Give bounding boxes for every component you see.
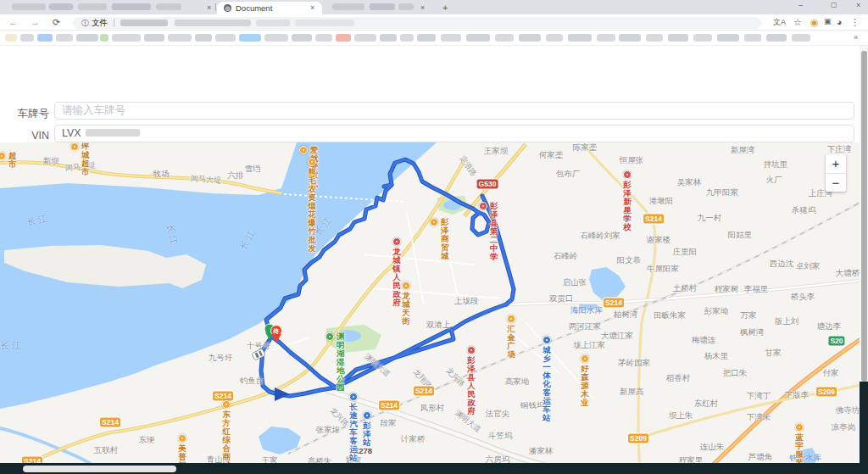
redacted-blur xyxy=(519,34,541,42)
vin-redaction-blur xyxy=(86,129,140,137)
horizontal-scrollbar-thumb[interactable] xyxy=(23,466,176,472)
new-tab-button[interactable]: + xyxy=(442,3,448,13)
poi-label: 坪城超市 xyxy=(81,142,90,176)
poi-label: 渊明湖湿地公园 xyxy=(337,332,345,392)
tab-close-icon[interactable]: × xyxy=(420,3,425,12)
transit-poi-icon xyxy=(363,411,371,420)
shop-poi-icon xyxy=(581,354,589,363)
forward-icon[interactable]: → xyxy=(31,17,40,27)
railway xyxy=(288,201,863,454)
reload-icon[interactable]: ⟳ xyxy=(53,17,60,28)
browser-tab-strip: × ◍ Document × × + – ▢ × xyxy=(0,0,868,14)
bookmarks-bar: » xyxy=(0,31,868,46)
extension-colored-icon[interactable]: ◉ xyxy=(810,17,819,28)
map-graphics: 终 xyxy=(0,142,868,463)
route-direction-arrow xyxy=(275,388,290,401)
redacted-blur xyxy=(292,34,312,42)
poi-label: 彭泽站 xyxy=(363,421,371,447)
redacted-blur xyxy=(295,20,354,26)
redacted-blur xyxy=(256,20,290,26)
poi-label: 彭泽县人民政府 xyxy=(467,356,476,415)
url-scheme-label: 文件 xyxy=(92,18,108,29)
redacted-blur xyxy=(215,34,236,42)
redacted-blur xyxy=(792,34,810,42)
redacted-blur xyxy=(5,34,17,42)
shop-poi-icon xyxy=(795,423,804,432)
redacted-blur xyxy=(332,3,364,10)
vin-value: LVX xyxy=(62,127,81,139)
gov-poi-icon xyxy=(479,202,487,210)
window-maximize-button[interactable]: ▢ xyxy=(831,1,837,8)
redacted-blur xyxy=(717,34,739,42)
extensions-puzzle-icon[interactable]: ▣ xyxy=(824,17,832,25)
poi-label: 城乡一体化 客运车站 xyxy=(542,346,551,422)
back-icon[interactable]: ← xyxy=(8,17,18,27)
redacted-blur xyxy=(417,34,436,42)
tab-title: Document xyxy=(236,3,272,13)
window-close-button[interactable]: × xyxy=(856,1,860,9)
map-zoom-control: + − xyxy=(826,154,846,192)
redacted-blur xyxy=(76,34,98,42)
vin-label: VIN xyxy=(0,130,49,142)
redacted-blur xyxy=(568,34,592,42)
east-main-road xyxy=(506,280,868,304)
park-poi-icon xyxy=(326,332,334,341)
poi-label: 东方红综合商城 xyxy=(222,410,231,463)
redacted-blur xyxy=(112,3,151,10)
vertical-scrollbar-thumb[interactable] xyxy=(861,51,867,382)
redacted-blur xyxy=(546,34,563,42)
redacted-blur xyxy=(120,20,168,26)
globe-favicon: ◍ xyxy=(224,4,231,12)
redacted-blur xyxy=(619,34,641,42)
redacted-blur xyxy=(693,34,712,42)
poi-label: 彭泽新星学校 xyxy=(623,181,632,231)
tab-close-icon[interactable]: × xyxy=(310,3,314,12)
plate-label: 车牌号 xyxy=(0,107,49,121)
redacted-blur xyxy=(646,34,663,42)
poi-label: 好森源木业 xyxy=(581,365,589,407)
redacted-blur xyxy=(354,34,376,42)
browser-menu-icon[interactable]: ⋮ xyxy=(850,17,860,28)
plate-input[interactable]: 请输入车牌号 xyxy=(54,102,854,120)
redacted-blur xyxy=(37,34,53,42)
redacted-blur xyxy=(336,34,351,42)
redacted-blur xyxy=(78,3,107,10)
address-bar[interactable]: ⓘ 文件 xyxy=(73,17,761,29)
redacted-blur xyxy=(744,34,761,42)
map-canvas[interactable]: 终 新坝牧场六排雪垱王家坝何家垄陈家垄恒屋张包布厂新屋湾下庄湾拌坑里火厂吴家林九… xyxy=(0,142,868,463)
page-info-icon[interactable]: ⓘ xyxy=(81,18,89,29)
gov-poi-icon xyxy=(392,237,401,246)
tab-close-icon[interactable]: × xyxy=(207,3,211,12)
redacted-blur xyxy=(398,3,414,10)
zoom-out-button[interactable]: − xyxy=(826,173,846,192)
bookmark-star-icon[interactable]: ☆ xyxy=(793,17,802,28)
transit-poi-icon xyxy=(349,393,358,401)
track-query-form: 车牌号 请输入车牌号 VIN LVX 开始时间 2020-07-27 00:00… xyxy=(0,46,868,142)
s209-road xyxy=(638,383,868,438)
bookmarks-overflow-icon[interactable]: » xyxy=(854,33,858,42)
zoom-in-button[interactable]: + xyxy=(826,154,846,173)
poi-label: 蓝宇服装 xyxy=(795,433,804,463)
translate-icon[interactable]: 文A xyxy=(773,17,786,28)
tab-document[interactable]: ◍ Document × xyxy=(217,2,322,14)
east-main-road-fill xyxy=(506,280,868,304)
vertical-scrollbar[interactable] xyxy=(860,46,868,474)
browser-toolbar: ← → ⟳ ⓘ 文件 文A ☆ ◉ ▣ ◕ ⋮ xyxy=(0,14,868,31)
poi-label: 龙城镇人民政府 xyxy=(392,248,401,307)
shop-poi-icon xyxy=(299,146,308,154)
redacted-blur xyxy=(168,34,192,42)
redacted-blur xyxy=(100,34,108,42)
shop-poi-icon xyxy=(308,158,316,166)
profile-avatar-icon[interactable]: ◕ xyxy=(837,17,843,27)
plate-placeholder: 请输入车牌号 xyxy=(62,104,125,116)
end-marker: 终 xyxy=(271,326,282,343)
vin-input[interactable]: LVX xyxy=(54,125,854,142)
window-minimize-button[interactable]: – xyxy=(798,1,803,9)
redacted-blur xyxy=(56,34,73,42)
redacted-blur xyxy=(668,34,688,42)
redacted-blur xyxy=(315,34,332,42)
poi-label: 超市 xyxy=(8,152,17,169)
shop-poi-icon xyxy=(178,434,186,443)
redacted-blur xyxy=(239,34,261,42)
redacted-blur xyxy=(495,34,514,42)
